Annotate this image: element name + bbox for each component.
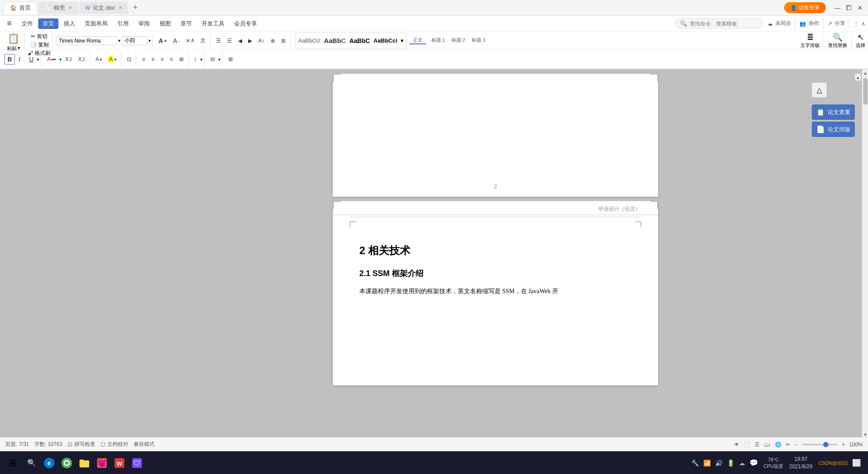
menu-devtools[interactable]: 开发工具	[197, 18, 229, 29]
tray-icon-battery[interactable]: 🔋	[726, 459, 735, 467]
text-highlight-btn[interactable]: A▾	[105, 55, 119, 64]
menu-hamburger[interactable]: ≡	[3, 18, 16, 29]
tray-icon-cloud[interactable]: ☁	[738, 459, 746, 467]
menu-review[interactable]: 审阅	[134, 18, 154, 29]
line-spacing-dropdown[interactable]: ▾	[200, 57, 203, 62]
indent-increase[interactable]: ▶	[246, 36, 255, 45]
csdn-label[interactable]: CSDN@0032	[818, 460, 848, 466]
visitor-login-button[interactable]: 👤 访客登录	[784, 2, 826, 13]
start-button[interactable]: ⊞	[4, 454, 22, 472]
zoom-in[interactable]: +	[842, 442, 845, 448]
tab-doc-close[interactable]: ✕	[119, 5, 122, 10]
select-btn[interactable]: ↖ 选择	[856, 32, 865, 49]
underline-dropdown[interactable]: ▾	[37, 57, 39, 62]
column-layout[interactable]: ⊞	[177, 55, 186, 64]
style-h2-sample[interactable]: AaBbC	[349, 37, 370, 44]
zoom-thumb[interactable]	[823, 442, 828, 447]
borders-dropdown[interactable]: ▾	[218, 57, 221, 62]
menu-insert[interactable]: 插入	[59, 18, 80, 29]
tray-icon-network[interactable]: 📶	[702, 459, 712, 467]
bold-button[interactable]: B	[4, 54, 15, 65]
zoom-percent[interactable]: 100%	[849, 442, 863, 448]
taskbar-icon-wps[interactable]: W	[112, 455, 127, 471]
table-btn[interactable]: ⊞	[226, 55, 235, 64]
add-tab-button[interactable]: +	[129, 2, 141, 14]
scroll-top-arrow[interactable]: ▲	[862, 69, 868, 76]
align-left[interactable]: ≡	[139, 55, 148, 64]
more-icon[interactable]: ⋮	[854, 21, 859, 27]
paste-dropdown[interactable]: ▾	[18, 45, 20, 52]
cut-btn[interactable]: ✂ 剪切	[31, 33, 47, 40]
menu-layout[interactable]: 页面布局	[80, 18, 112, 29]
unordered-list[interactable]: ☰	[213, 36, 224, 45]
menu-references[interactable]: 引用	[113, 18, 133, 29]
taskbar-icon-folder[interactable]	[76, 455, 92, 471]
paper-format-button[interactable]: 📄 论文排版	[812, 122, 855, 137]
line-spacing-btn[interactable]: ↕	[192, 55, 199, 64]
format-apply[interactable]: ⊕	[268, 36, 278, 45]
underline-button[interactable]: U	[26, 54, 36, 64]
taskbar-icon-browser1[interactable]: e	[41, 455, 57, 471]
collaborate-label[interactable]: 协作	[809, 20, 819, 27]
tab-caogao-close[interactable]: ✕	[69, 5, 72, 10]
tab-doc[interactable]: W 论文.doc ✕	[79, 2, 128, 14]
font-name-input[interactable]	[56, 36, 117, 45]
clock[interactable]: 19:97 2021/8/26	[788, 456, 814, 470]
font-color-btn[interactable]: A	[44, 55, 58, 64]
edit-icon[interactable]: ✏	[786, 442, 790, 448]
taskbar-icon-app5[interactable]: 😈	[94, 455, 110, 471]
tray-icon-sound[interactable]: 🔊	[714, 459, 723, 467]
style-h3-label[interactable]: 标题 3	[470, 37, 487, 44]
menu-file[interactable]: 文件	[17, 18, 37, 29]
style-h1-label[interactable]: 标题 1	[430, 37, 446, 44]
font-name-dropdown[interactable]: ▾	[118, 38, 120, 43]
text-border-btn[interactable]: ⊡	[124, 55, 134, 64]
style-more[interactable]: ▾	[401, 37, 404, 44]
copy-btn[interactable]: 📑 复制	[30, 41, 49, 49]
taskbar-icon-browser2[interactable]	[59, 455, 75, 471]
page-view-icon[interactable]: 📄	[744, 442, 750, 448]
style-normal-label[interactable]: 正文	[409, 37, 426, 44]
italic-button[interactable]: I	[16, 54, 25, 64]
tray-icon-1[interactable]: 🔧	[691, 459, 700, 467]
action-center[interactable]: ⬜	[852, 459, 861, 467]
more-format[interactable]: ⊞	[278, 36, 288, 45]
eye-icon[interactable]: 👁	[734, 442, 739, 448]
paste-icon[interactable]: 📋	[7, 33, 19, 44]
font-size-dropdown[interactable]: ▾	[148, 38, 151, 43]
scroll-up[interactable]: ▲	[855, 74, 861, 81]
style-h2-label[interactable]: 标题 2	[450, 37, 467, 44]
highlight-btn[interactable]: A▾	[93, 55, 105, 64]
font-size-decrease[interactable]: A-	[170, 36, 182, 46]
menu-member[interactable]: 会员专享	[230, 18, 261, 29]
share-label[interactable]: 分享	[835, 20, 845, 27]
list-view-icon[interactable]: ☰	[755, 442, 760, 448]
doc-compare[interactable]: ☐ 文档校对	[101, 441, 128, 448]
font-size-input[interactable]	[121, 36, 148, 45]
tab-caogao[interactable]: 📄 稿壳 ✕	[38, 2, 78, 14]
borders-btn[interactable]: ⊟	[208, 55, 217, 64]
web-view-icon[interactable]: 🌐	[775, 442, 781, 448]
menu-view[interactable]: 视图	[155, 18, 175, 29]
text-style[interactable]: 文	[198, 36, 208, 46]
ordered-list[interactable]: ☱	[224, 36, 235, 45]
style-h1-sample[interactable]: AaBbC	[324, 37, 346, 44]
align-right[interactable]: ≡	[158, 55, 166, 64]
menu-chapter[interactable]: 章节	[176, 18, 196, 29]
zoom-out[interactable]: −	[795, 442, 798, 448]
taskbar-icon-app7[interactable]: 🛡	[129, 455, 145, 471]
text-layout-btn[interactable]: ≣ 文字排版	[800, 32, 820, 49]
style-normal[interactable]: AaBbCcl	[298, 37, 321, 44]
tab-home[interactable]: 🏠 首页	[4, 2, 37, 14]
collapse-icon[interactable]: ∧	[861, 21, 865, 27]
subscript-btn[interactable]: X2	[76, 55, 88, 64]
spell-check[interactable]: ☑ 拼写检查	[68, 441, 95, 448]
sort[interactable]: A↕	[256, 36, 267, 45]
page-3[interactable]: 毕业设计（论文） 2 相关技术 2.1 SSM 框架介绍 本课题程序开发使用到的…	[333, 201, 658, 385]
collapse-panel-btn[interactable]: △	[812, 83, 827, 97]
minimize-button[interactable]: —	[833, 4, 842, 12]
find-replace-btn[interactable]: 🔍 查找替换	[828, 32, 847, 49]
menu-home[interactable]: 首页	[38, 18, 58, 29]
font-size-increase[interactable]: A+	[156, 36, 170, 46]
taskbar-search[interactable]: 🔍	[24, 455, 40, 471]
